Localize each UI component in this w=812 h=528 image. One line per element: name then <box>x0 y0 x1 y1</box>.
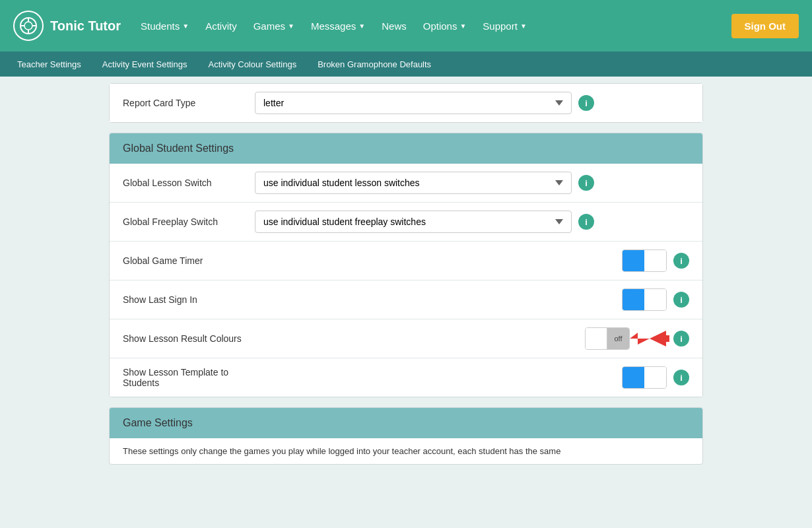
options-dropdown-arrow: ▼ <box>459 22 466 30</box>
nav-messages[interactable]: Messages ▼ <box>304 15 372 37</box>
show-lesson-result-colours-info-icon[interactable]: i <box>673 331 689 346</box>
subnav-activity-event-settings[interactable]: Activity Event Settings <box>92 51 198 77</box>
global-freeplay-switch-info-icon[interactable]: i <box>578 214 594 230</box>
show-lesson-template-info-icon[interactable]: i <box>673 370 689 385</box>
global-lesson-switch-label: Global Lesson Switch <box>123 178 255 188</box>
students-dropdown-arrow: ▼ <box>182 22 189 30</box>
main-content: Report Card Type letter percentage grade… <box>109 77 703 465</box>
games-dropdown-arrow: ▼ <box>288 22 294 30</box>
report-card-info-icon[interactable]: i <box>578 95 594 111</box>
show-lesson-template-control: i <box>255 366 689 389</box>
svg-point-1 <box>24 22 32 30</box>
show-last-sign-in-label: Show Last Sign In <box>123 294 255 305</box>
report-card-row: Report Card Type letter percentage grade… <box>110 84 702 122</box>
show-last-sign-in-toggle[interactable] <box>622 288 667 311</box>
show-last-sign-in-control: i <box>255 288 689 311</box>
support-dropdown-arrow: ▼ <box>520 22 527 30</box>
global-lesson-switch-select[interactable]: use individual student lesson switches o… <box>255 172 572 194</box>
global-game-timer-info-icon[interactable]: i <box>673 253 689 269</box>
show-lesson-template-label: Show Lesson Template to Students <box>123 367 255 388</box>
global-freeplay-switch-row: Global Freeplay Switch use individual st… <box>110 203 702 242</box>
brand-name: Tonic Tutor <box>50 18 121 34</box>
nav-news[interactable]: News <box>375 15 413 37</box>
nav-support[interactable]: Support ▼ <box>476 15 533 37</box>
game-settings-description: These settings only change the games you… <box>110 438 702 464</box>
global-game-timer-label: Global Game Timer <box>123 255 255 266</box>
global-game-timer-row: Global Game Timer i <box>110 242 702 280</box>
report-card-label: Report Card Type <box>123 98 255 108</box>
sub-navigation: Teacher Settings Activity Event Settings… <box>0 51 812 77</box>
subnav-teacher-settings[interactable]: Teacher Settings <box>7 51 92 77</box>
toggle-off-part <box>644 250 666 271</box>
toggle-on-part <box>623 289 644 310</box>
report-card-control: letter percentage grade i <box>255 92 689 114</box>
sign-out-button[interactable]: Sign Out <box>731 14 799 38</box>
global-game-timer-toggle[interactable] <box>622 249 667 272</box>
logo-svg <box>19 16 38 35</box>
svg-marker-7 <box>630 333 650 345</box>
show-lesson-result-colours-toggle[interactable]: off <box>585 327 630 350</box>
game-settings-section: Game Settings These settings only change… <box>109 407 703 465</box>
top-navigation: Tonic Tutor Students ▼ Activity Games ▼ … <box>0 0 812 51</box>
nav-options[interactable]: Options ▼ <box>417 15 473 37</box>
subnav-activity-colour-settings[interactable]: Activity Colour Settings <box>197 51 307 77</box>
report-card-section: Report Card Type letter percentage grade… <box>109 83 703 123</box>
global-game-timer-control: i <box>255 249 689 272</box>
messages-dropdown-arrow: ▼ <box>358 22 365 30</box>
nav-activity[interactable]: Activity <box>199 15 244 37</box>
logo-icon <box>13 11 44 41</box>
show-last-sign-in-row: Show Last Sign In i <box>110 280 702 319</box>
toggle-off-part <box>644 289 666 310</box>
show-last-sign-in-info-icon[interactable]: i <box>673 292 689 308</box>
show-lesson-result-colours-label: Show Lesson Result Colours <box>123 333 255 344</box>
global-lesson-switch-control: use individual student lesson switches o… <box>255 172 689 194</box>
toggle-on-part <box>623 250 644 271</box>
global-freeplay-switch-control: use individual student freeplay switches… <box>255 211 689 233</box>
global-lesson-switch-row: Global Lesson Switch use individual stud… <box>110 164 702 203</box>
toggle-on-part <box>623 367 644 388</box>
nav-items: Students ▼ Activity Games ▼ Messages ▼ N… <box>134 15 724 37</box>
toggle-white-part <box>586 328 607 349</box>
toggle-off-label: off <box>607 328 629 349</box>
global-freeplay-switch-label: Global Freeplay Switch <box>123 216 255 227</box>
show-lesson-template-toggle[interactable] <box>622 366 667 389</box>
nav-students[interactable]: Students ▼ <box>134 15 195 37</box>
game-settings-header: Game Settings <box>110 408 702 438</box>
show-lesson-template-row: Show Lesson Template to Students i <box>110 358 702 397</box>
global-lesson-switch-info-icon[interactable]: i <box>578 175 594 191</box>
nav-games[interactable]: Games ▼ <box>247 15 301 37</box>
show-lesson-result-colours-row: Show Lesson Result Colours off i <box>110 319 702 358</box>
global-student-settings-section: Global Student Settings Global Lesson Sw… <box>109 133 703 397</box>
logo-area: Tonic Tutor <box>13 11 121 41</box>
report-card-select[interactable]: letter percentage grade <box>255 92 572 114</box>
subnav-broken-gramophone-defaults[interactable]: Broken Gramophone Defaults <box>307 51 442 77</box>
show-lesson-result-colours-control: off i <box>255 327 689 350</box>
toggle-off-part <box>644 367 666 388</box>
svg-marker-6 <box>650 331 669 346</box>
global-freeplay-switch-select[interactable]: use individual student freeplay switches… <box>255 211 572 233</box>
global-student-settings-header: Global Student Settings <box>110 133 702 164</box>
red-arrow-icon <box>630 327 669 350</box>
